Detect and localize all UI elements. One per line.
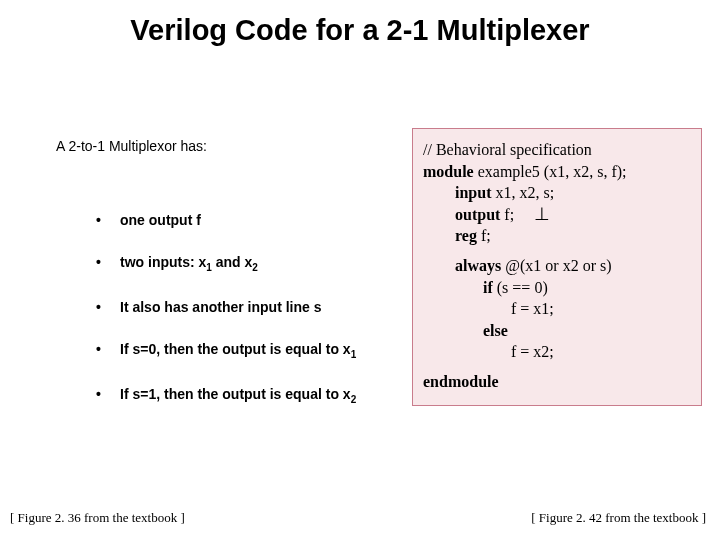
code-if-rest: (s == 0): [493, 279, 548, 296]
code-input-rest: x1, x2, s;: [491, 184, 554, 201]
kw-endmodule: endmodule: [423, 371, 695, 393]
bullet-list: one output f two inputs: x1 and x2 It al…: [56, 186, 436, 430]
spacer: [423, 247, 695, 255]
kw-reg: reg: [455, 227, 477, 244]
caption-right: [ Figure 2. 42 from the textbook ]: [531, 510, 706, 526]
spacer-2: [423, 363, 695, 371]
code-assign1: f = x1;: [511, 298, 695, 320]
code-assign2: f = x2;: [511, 341, 695, 363]
caption-left: [ Figure 2. 36 from the textbook ]: [10, 510, 185, 526]
bullet-5-pre: If s=1, then the output is equal to x: [120, 386, 351, 402]
slide-title: Verilog Code for a 2-1 Multiplexer: [0, 14, 720, 47]
kw-if: if: [483, 279, 493, 296]
code-always-rest: @(x1 or x2 or s): [501, 257, 611, 274]
lead-text: A 2-to-1 Multiplexor has:: [56, 138, 207, 154]
bullet-5: If s=1, then the output is equal to x2: [96, 386, 436, 405]
bullet-1: one output f: [96, 212, 436, 228]
code-comment: // Behavioral specification: [423, 139, 695, 161]
code-output-line: output f;⊥: [455, 204, 695, 226]
bullet-2-sub2: 2: [252, 262, 258, 273]
kw-always: always: [455, 257, 501, 274]
bullet-2-mid: and x: [212, 254, 252, 270]
code-module-line: module example5 (x1, x2, s, f);: [423, 161, 695, 183]
kw-input: input: [455, 184, 491, 201]
code-if-line: if (s == 0): [483, 277, 695, 299]
kw-module: module: [423, 163, 474, 180]
bullet-4: If s=0, then the output is equal to x1: [96, 341, 436, 360]
code-always-line: always @(x1 or x2 or s): [455, 255, 695, 277]
kw-output: output: [455, 206, 500, 223]
code-reg-line: reg f;: [455, 225, 695, 247]
kw-else: else: [483, 320, 695, 342]
bullet-4-sub: 1: [351, 349, 357, 360]
bullet-4-pre: If s=0, then the output is equal to x: [120, 341, 351, 357]
bullet-2-pre: two inputs: x: [120, 254, 206, 270]
code-module-rest: example5 (x1, x2, s, f);: [474, 163, 627, 180]
bullet-2: two inputs: x1 and x2: [96, 254, 436, 273]
bullet-5-sub: 2: [351, 393, 357, 404]
code-reg-rest: f;: [477, 227, 491, 244]
text-cursor-icon: ⊥: [534, 205, 550, 223]
code-output-rest: f;: [500, 206, 514, 223]
code-box: // Behavioral specification module examp…: [412, 128, 702, 406]
code-input-line: input x1, x2, s;: [455, 182, 695, 204]
bullet-3: It also has another input line s: [96, 299, 436, 315]
